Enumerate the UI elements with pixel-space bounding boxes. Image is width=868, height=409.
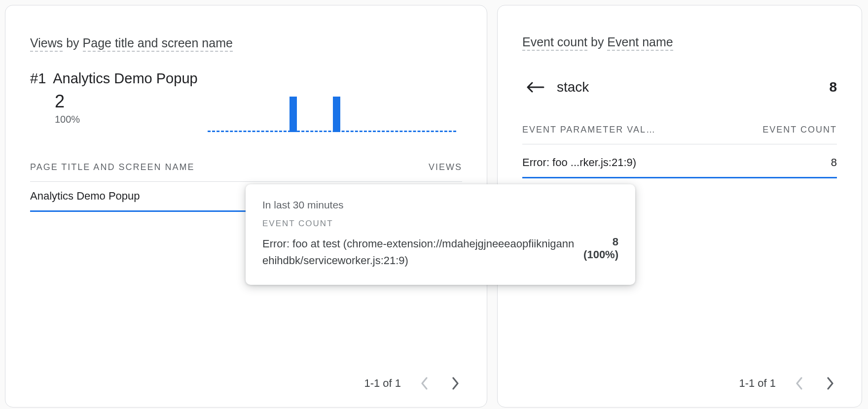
drilldown-header: stack 8 — [522, 74, 837, 100]
top-item-name: Analytics Demo Popup — [53, 70, 197, 86]
table-header: EVENT PARAMETER VAL… EVENT COUNT — [522, 125, 837, 144]
next-page-button[interactable] — [820, 374, 840, 393]
sparkline-chart — [208, 94, 456, 134]
card-title: Event count by Event name — [522, 35, 673, 49]
pagination-range: 1-1 of 1 — [739, 377, 776, 390]
table-header-metric: EVENT COUNT — [762, 125, 837, 135]
table-row[interactable]: Error: foo ...rker.js:21:9) 8 — [522, 147, 837, 178]
tooltip-message: Error: foo at test (chrome-extension://m… — [262, 236, 583, 269]
drilldown-label: stack — [557, 79, 829, 95]
tooltip-caption: EVENT COUNT — [262, 219, 618, 229]
back-button[interactable] — [522, 74, 548, 100]
sparkline-baseline — [208, 131, 456, 132]
table-header-metric: VIEWS — [429, 162, 462, 172]
card-title-by: by — [63, 36, 82, 50]
top-item-value: 2 — [55, 91, 65, 112]
card-title-dimension[interactable]: Event name — [607, 35, 673, 51]
card-title: Views by Page title and screen name — [30, 36, 233, 50]
table-header-dimension: PAGE TITLE AND SCREEN NAME — [30, 162, 194, 172]
card-title-metric[interactable]: Views — [30, 36, 63, 52]
table-row-metric: 8 — [831, 156, 837, 169]
prev-page-button[interactable] — [790, 374, 809, 393]
pagination-range: 1-1 of 1 — [364, 377, 401, 390]
tooltip-value: 8 — [583, 236, 618, 248]
tooltip-percent: (100%) — [583, 248, 618, 261]
card-title-metric[interactable]: Event count — [522, 35, 587, 51]
drilldown-value: 8 — [829, 79, 837, 95]
tooltip-metric: 8 (100%) — [583, 236, 618, 269]
card-title-by: by — [587, 35, 607, 49]
table-row-dimension: Analytics Demo Popup — [30, 190, 140, 203]
chevron-right-icon — [451, 377, 459, 390]
chevron-left-icon — [421, 377, 429, 390]
next-page-button[interactable] — [445, 374, 465, 393]
table-row-dimension: Error: foo ...rker.js:21:9) — [522, 156, 636, 169]
chevron-left-icon — [796, 377, 803, 390]
prev-page-button[interactable] — [415, 374, 434, 393]
tooltip-time-label: In last 30 minutes — [262, 199, 618, 211]
top-item-percent: 100% — [55, 114, 80, 125]
top-item-rank: #1 — [30, 70, 46, 86]
table-header: PAGE TITLE AND SCREEN NAME VIEWS — [30, 162, 462, 182]
card-title-dimension[interactable]: Page title and screen name — [83, 36, 233, 52]
arrow-left-icon — [526, 82, 544, 93]
pagination: 1-1 of 1 — [364, 374, 465, 393]
sparkline-bar — [289, 97, 297, 132]
chevron-right-icon — [826, 377, 834, 390]
hover-tooltip: In last 30 minutes EVENT COUNT Error: fo… — [246, 184, 635, 285]
sparkline-bar — [333, 97, 340, 132]
top-item: #1Analytics Demo Popup — [30, 70, 198, 87]
pagination: 1-1 of 1 — [739, 374, 840, 393]
table-header-dimension: EVENT PARAMETER VAL… — [522, 125, 656, 135]
